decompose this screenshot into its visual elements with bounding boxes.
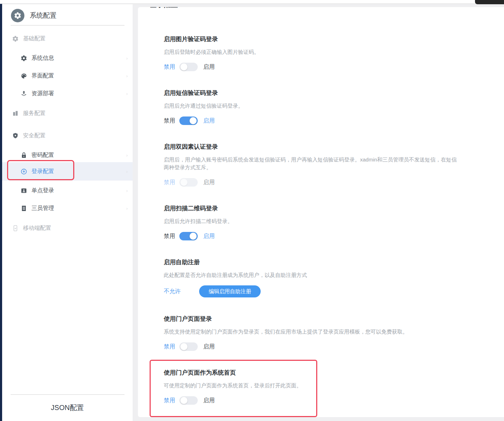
- enable-label[interactable]: 启用: [203, 233, 215, 239]
- enable-label[interactable]: 启用: [203, 398, 215, 403]
- setting-control: 禁用启用: [164, 396, 504, 405]
- toggle-switch[interactable]: [179, 116, 198, 125]
- lock-icon: [21, 152, 27, 159]
- doc-icon: [21, 205, 27, 212]
- disable-label[interactable]: 禁用: [164, 118, 175, 124]
- sidebar-item-label: 单点登录: [31, 187, 54, 194]
- edit-self-register-button[interactable]: 编辑启用自助注册: [199, 285, 261, 297]
- sidebar: 系统配置 基础配置系统信息›界面配置›资源部署›服务配置安全配置密码配置›登录配…: [2, 4, 133, 421]
- description-line: 可使用定制的门户页面作为系统首页，登录后打开此页面。: [164, 382, 504, 389]
- description-line: 两种登录方式互斥。: [164, 164, 504, 171]
- setting-title: 使用门户页面作为系统首页: [164, 369, 504, 377]
- setting-captcha-login: 启用图片验证码登录启用后登陆时必须正确输入图片验证码。禁用启用: [164, 35, 504, 72]
- disable-label[interactable]: 禁用: [164, 233, 175, 239]
- sidebar-item-label: 安全配置: [23, 132, 46, 140]
- sidebar-item-label: 移动端配置: [23, 224, 51, 232]
- chevron-right-icon: ›: [126, 74, 128, 78]
- setting-description: 启用后允许扫描二维码登录。: [164, 217, 504, 225]
- browser-overlay-corner: [475, 0, 504, 4]
- sidebar-item-label: 服务配置: [23, 110, 46, 117]
- toggle-knob: [180, 397, 187, 404]
- toggle-switch[interactable]: [179, 342, 198, 351]
- enable-label[interactable]: 启用: [203, 344, 215, 349]
- register-status-link[interactable]: 不允许: [164, 288, 181, 295]
- json-config-link[interactable]: JSON配置: [2, 403, 133, 413]
- setting-description: 此处配置是否允许自助注册成为系统用户，以及自助注册方式: [164, 271, 504, 279]
- toggle-knob: [180, 63, 187, 70]
- toggle-switch[interactable]: [179, 232, 198, 240]
- page-title: 登录配置: [150, 7, 178, 9]
- sidebar-item-password-config[interactable]: 密码配置›: [2, 151, 133, 159]
- setting-description: 启用后允许通过短信验证码登录。: [164, 102, 504, 110]
- idcard-icon: [21, 187, 27, 194]
- top-browser-strip: [0, 0, 504, 4]
- toggle-knob: [180, 343, 187, 350]
- setting-title: 启用扫描二维码登录: [164, 205, 504, 212]
- app-left-stripe: [0, 3, 2, 421]
- gear-logo-icon: [11, 9, 24, 22]
- toggle-knob: [180, 179, 187, 186]
- sidebar-item-system-info[interactable]: 系统信息›: [2, 54, 133, 62]
- sidebar-item-ui-config[interactable]: 界面配置›: [2, 72, 133, 80]
- setting-control: 禁用启用: [164, 116, 504, 125]
- sidebar-item-resource-deploy[interactable]: 资源部署›: [2, 89, 133, 98]
- setting-description: 启用后，用户输入账号密码后系统会发送短信验证码，用户再输入短信验证码登录。xad…: [164, 156, 504, 171]
- description-line: 启用后允许扫描二维码登录。: [164, 217, 504, 225]
- setting-control: 禁用启用: [164, 342, 504, 351]
- sidebar-item-service-config[interactable]: 服务配置: [2, 109, 133, 118]
- chevron-right-icon: ›: [126, 153, 128, 158]
- description-line: 此处配置是否允许自助注册成为系统用户，以及自助注册方式: [164, 271, 504, 279]
- toggle-knob: [190, 233, 197, 240]
- setting-sms-login: 启用短信验证码登录启用后允许通过短信验证码登录。禁用启用: [164, 89, 504, 125]
- setting-title: 启用自助注册: [164, 258, 504, 266]
- sidebar-item-security-config[interactable]: 安全配置: [2, 131, 133, 140]
- disable-label[interactable]: 禁用: [164, 344, 175, 349]
- toggle-knob: [190, 117, 197, 124]
- deploy-icon: [21, 90, 27, 97]
- setting-description: 系统支持使用定制的门户页面作为登录页，我们在应用市场上提供了登录页应用模板，您可…: [164, 328, 504, 336]
- toggle-switch[interactable]: [179, 63, 198, 71]
- chevron-right-icon: ›: [126, 91, 128, 96]
- server-icon: [12, 110, 19, 117]
- chevron-right-icon: ›: [126, 188, 128, 193]
- setting-title: 使用门户页面登录: [164, 315, 504, 323]
- chevron-right-icon: ›: [126, 169, 128, 174]
- toggle-switch[interactable]: [179, 396, 198, 405]
- palette-icon: [21, 73, 27, 79]
- description-line: 启用后，用户输入账号密码后系统会发送短信验证码，用户再输入短信验证码登录。xad…: [164, 156, 504, 164]
- setting-control: 禁用启用: [164, 178, 504, 187]
- content-card: 登录配置 启用图片验证码登录启用后登陆时必须正确输入图片验证码。禁用启用启用短信…: [138, 7, 504, 417]
- enable-label[interactable]: 启用: [203, 64, 215, 70]
- setting-control: 不允许编辑启用自助注册: [164, 285, 504, 297]
- setting-self-register: 启用自助注册此处配置是否允许自助注册成为系统用户，以及自助注册方式不允许编辑启用…: [164, 258, 504, 297]
- setting-title: 启用双因素认证登录: [164, 143, 504, 151]
- setting-two-factor-login: 启用双因素认证登录启用后，用户输入账号密码后系统会发送短信验证码，用户再输入短信…: [164, 143, 504, 187]
- gear-icon: [21, 55, 27, 62]
- sidebar-item-label: 密码配置: [31, 152, 54, 159]
- sidebar-item-label: 资源部署: [31, 90, 54, 97]
- description-line: 启用后允许通过短信验证码登录。: [164, 102, 504, 110]
- sidebar-header: 系统配置: [11, 9, 57, 22]
- sidebar-item-admin3[interactable]: 三员管理›: [2, 204, 133, 212]
- sidebar-footer-divider: [11, 394, 124, 395]
- disable-label[interactable]: 禁用: [164, 180, 175, 185]
- setting-qr-login: 启用扫描二维码登录启用后允许扫描二维码登录。禁用启用: [164, 205, 504, 241]
- sidebar-item-sso[interactable]: 单点登录›: [2, 186, 133, 195]
- description-line: 启用后登陆时必须正确输入图片验证码。: [164, 48, 504, 56]
- sidebar-item-login-config[interactable]: 登录配置›: [2, 162, 133, 181]
- setting-description: 可使用定制的门户页面作为系统首页，登录后打开此页面。: [164, 382, 504, 389]
- sidebar-item-label: 三员管理: [31, 205, 54, 212]
- toggle-switch: [179, 178, 198, 187]
- chevron-right-icon: ›: [126, 206, 128, 211]
- disable-label[interactable]: 禁用: [164, 64, 175, 70]
- chevron-right-icon: ›: [126, 56, 128, 61]
- enable-label[interactable]: 启用: [203, 118, 215, 124]
- sidebar-item-mobile-config[interactable]: 移动端配置: [2, 224, 133, 232]
- sidebar-item-label: 系统信息: [31, 55, 54, 62]
- shield-icon: [12, 132, 19, 139]
- disable-label[interactable]: 禁用: [164, 398, 175, 403]
- enable-label[interactable]: 启用: [203, 180, 215, 185]
- setting-portal-home: 使用门户页面作为系统首页可使用定制的门户页面作为系统首页，登录后打开此页面。禁用…: [164, 369, 504, 405]
- sidebar-item-basic-config[interactable]: 基础配置: [2, 34, 133, 43]
- app-title: 系统配置: [30, 11, 57, 20]
